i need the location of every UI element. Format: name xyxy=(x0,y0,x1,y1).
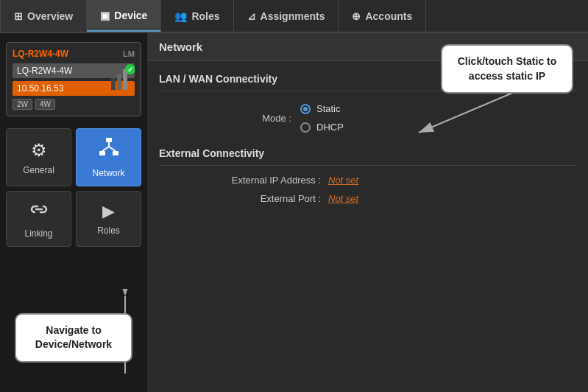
svg-line-10 xyxy=(109,147,116,151)
svg-rect-1 xyxy=(117,74,121,90)
device-status: ✓ xyxy=(111,63,135,95)
dhcp-label: DHCP xyxy=(316,122,344,133)
mode-radio-group: Static DHCP xyxy=(300,103,344,133)
network-label: Network xyxy=(92,168,124,178)
top-nav: ⊞ Overview ▣ Device 👥 Roles ⊿ Assignment… xyxy=(0,0,588,33)
svg-line-9 xyxy=(102,147,109,151)
device-lm-badge: LM xyxy=(123,49,135,58)
sidebar-item-linking[interactable]: Linking xyxy=(6,191,71,247)
svg-rect-7 xyxy=(113,151,118,155)
callout-navigate-tip: Navigate to Device/Network xyxy=(15,313,132,363)
svg-rect-6 xyxy=(99,151,105,155)
tab-device[interactable]: ▣ Device xyxy=(87,0,161,32)
device-tag-4w: 4W xyxy=(35,99,55,110)
svg-rect-0 xyxy=(111,78,116,90)
sidebar-menu: ⚙ General Network xyxy=(6,128,141,247)
svg-rect-5 xyxy=(106,138,112,142)
external-ip-value[interactable]: Not set xyxy=(328,175,358,186)
tab-assignments[interactable]: ⊿ Assignments xyxy=(234,0,339,32)
external-port-value[interactable]: Not set xyxy=(328,193,358,204)
device-tags: 2W 4W xyxy=(13,99,135,110)
callout-static-text: Click/touch Static to access static IP xyxy=(458,55,557,82)
assignments-icon: ⊿ xyxy=(247,10,256,22)
mode-label: Mode : xyxy=(203,113,291,124)
static-label: Static xyxy=(316,103,341,114)
svg-text:✓: ✓ xyxy=(127,66,133,74)
callout-navigate-text: Navigate to Device/Network xyxy=(35,324,112,351)
callout-static-tip: Click/touch Static to access static IP xyxy=(441,44,573,94)
linking-label: Linking xyxy=(24,228,52,239)
static-radio[interactable] xyxy=(300,104,311,114)
general-label: General xyxy=(23,165,54,175)
sidebar-item-general[interactable]: ⚙ General xyxy=(6,128,71,186)
external-ip-row: External IP Address : Not set xyxy=(159,175,576,186)
device-title: LQ-R2W4-4W xyxy=(13,49,68,59)
tab-accounts-label: Accounts xyxy=(365,10,412,22)
external-port-label: External Port : xyxy=(203,193,321,204)
external-label: External Connectivity xyxy=(159,147,576,166)
gear-icon: ⚙ xyxy=(31,140,47,161)
network-icon xyxy=(98,136,120,164)
mode-row: Mode : Static DHCP xyxy=(159,103,576,133)
external-ip-label: External IP Address : xyxy=(203,175,321,186)
external-port-row: External Port : Not set xyxy=(159,193,576,204)
device-status-icon: ✓ xyxy=(111,63,135,93)
external-section: External Connectivity External IP Addres… xyxy=(159,147,576,204)
device-icon: ▣ xyxy=(100,10,110,21)
tab-assignments-label: Assignments xyxy=(261,10,325,22)
device-card-title: LQ-R2W4-4W LM xyxy=(13,49,135,59)
tab-overview-label: Overview xyxy=(27,10,73,22)
tab-roles-label: Roles xyxy=(191,10,219,22)
device-tag-2w: 2W xyxy=(13,99,32,110)
static-option[interactable]: Static xyxy=(300,103,344,114)
accounts-icon: ⊕ xyxy=(352,10,361,22)
dhcp-option[interactable]: DHCP xyxy=(300,122,344,133)
roles-sidebar-icon: ▶ xyxy=(102,202,115,221)
tab-overview[interactable]: ⊞ Overview xyxy=(0,0,87,32)
sidebar-item-roles[interactable]: ▶ Roles xyxy=(76,191,141,247)
link-icon xyxy=(29,199,49,224)
device-card: LQ-R2W4-4W LM LQ-R2W4-4W 10.50.16.53 2W … xyxy=(6,42,141,116)
dhcp-radio[interactable] xyxy=(300,122,311,133)
tab-device-label: Device xyxy=(114,10,147,21)
tab-roles[interactable]: 👥 Roles xyxy=(161,0,233,32)
sidebar-item-network[interactable]: Network xyxy=(76,128,141,186)
tab-accounts[interactable]: ⊕ Accounts xyxy=(339,0,426,32)
roles-nav-icon: 👥 xyxy=(174,10,187,22)
overview-icon: ⊞ xyxy=(14,10,23,22)
roles-sidebar-label: Roles xyxy=(97,225,120,236)
